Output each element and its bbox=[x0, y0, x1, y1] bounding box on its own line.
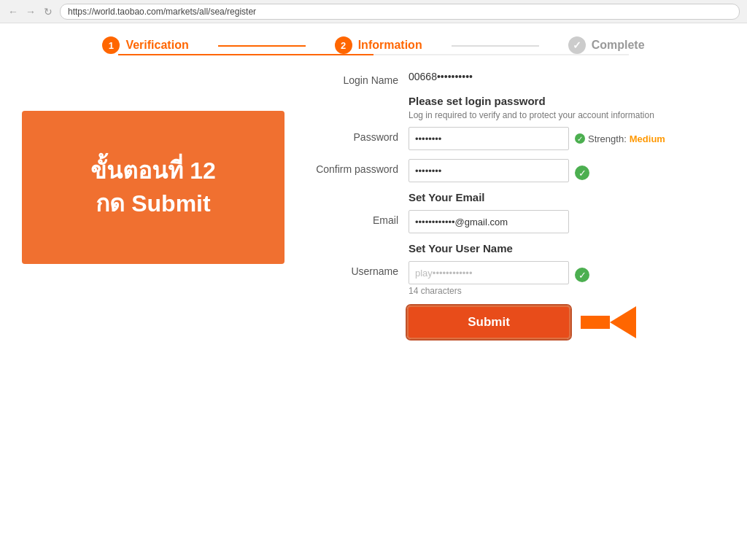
arrow-right-icon bbox=[610, 306, 636, 338]
strength-dot-icon: ✓ bbox=[575, 133, 585, 144]
login-name-value: 00668•••••••••• bbox=[409, 66, 473, 82]
steps-active-line bbox=[118, 54, 374, 55]
username-check-icon: ✓ bbox=[575, 268, 589, 282]
password-input[interactable] bbox=[409, 127, 569, 150]
email-input[interactable] bbox=[409, 210, 569, 233]
instruction-box: ขั้นตอนที่ 12 กด Submit bbox=[22, 111, 285, 264]
back-button[interactable]: ← bbox=[7, 6, 19, 18]
confirm-password-input[interactable] bbox=[409, 159, 569, 182]
username-row: Username ✓ 14 characters bbox=[277, 261, 729, 296]
arrow-indicator bbox=[581, 306, 636, 338]
char-count: 14 characters bbox=[409, 286, 729, 296]
login-name-row: Login Name 00668•••••••••• bbox=[277, 70, 729, 86]
email-section-title: Set Your Email bbox=[409, 191, 484, 203]
step-number-1: 1 bbox=[102, 36, 120, 54]
email-section-header: Set Your Email bbox=[277, 191, 729, 204]
email-field bbox=[409, 210, 729, 233]
confirm-password-label: Confirm password bbox=[277, 159, 409, 175]
forward-button[interactable]: → bbox=[25, 6, 36, 18]
confirm-password-field: ✓ bbox=[409, 159, 729, 182]
url-bar[interactable]: https://world.taobao.com/markets/all/sea… bbox=[60, 4, 740, 20]
steps-full-line bbox=[118, 54, 629, 55]
instruction-line2: กด Submit bbox=[96, 187, 210, 220]
password-row: Password ✓ Strength: Medium bbox=[277, 127, 729, 150]
email-label: Email bbox=[277, 210, 409, 226]
step-label-information: Information bbox=[358, 39, 422, 52]
username-input[interactable] bbox=[409, 261, 569, 284]
form-area: Login Name 00668•••••••••• Please set lo… bbox=[277, 70, 729, 338]
step-verification: 1 Verification bbox=[73, 36, 217, 54]
username-field: ✓ 14 characters bbox=[409, 261, 729, 296]
login-name-label: Login Name bbox=[277, 70, 409, 86]
password-section-header: Please set login password Log in require… bbox=[277, 95, 729, 121]
step-check-icon: ✓ bbox=[568, 36, 586, 54]
step-number-2: 2 bbox=[335, 36, 352, 54]
submit-area: Submit bbox=[409, 306, 729, 338]
username-section-header: Set Your User Name bbox=[277, 242, 729, 255]
step-information: 2 Information bbox=[306, 36, 452, 54]
step-label-complete: Complete bbox=[592, 39, 645, 52]
steps-underline-container bbox=[0, 54, 747, 55]
arrow-shaft bbox=[581, 316, 610, 329]
confirm-password-row: Confirm password ✓ bbox=[277, 159, 729, 182]
instruction-line1: ขั้นตอนที่ 12 bbox=[90, 155, 215, 187]
url-text: https://world.taobao.com/markets/all/sea… bbox=[68, 7, 256, 17]
email-row: Email bbox=[277, 210, 729, 233]
strength-label-text: Strength: bbox=[588, 133, 627, 144]
step-label-verification: Verification bbox=[125, 39, 188, 52]
password-section-text: Please set login password Log in require… bbox=[409, 95, 654, 121]
username-section-spacer bbox=[277, 242, 409, 255]
email-section-spacer bbox=[277, 191, 409, 204]
browser-bar: ← → ↻ https://world.taobao.com/markets/a… bbox=[0, 0, 747, 23]
password-section-spacer bbox=[277, 95, 409, 121]
steps-header: 1 Verification 2 Information ✓ Complete bbox=[0, 23, 747, 54]
password-section-hint: Log in required to verify and to protect… bbox=[409, 106, 654, 120]
password-label: Password bbox=[277, 127, 409, 143]
step-divider-1 bbox=[218, 45, 306, 47]
username-label: Username bbox=[277, 261, 409, 277]
username-section-title: Set Your User Name bbox=[409, 242, 513, 254]
password-field: ✓ Strength: Medium bbox=[409, 127, 729, 150]
reload-button[interactable]: ↻ bbox=[42, 6, 54, 18]
step-divider-2 bbox=[452, 45, 539, 47]
main-content: ขั้นตอนที่ 12 กด Submit 1 Verification 2… bbox=[0, 23, 747, 338]
strength-indicator: ✓ Strength: Medium bbox=[575, 133, 665, 144]
login-name-field: 00668•••••••••• bbox=[409, 70, 729, 83]
strength-value-text: Medium bbox=[630, 133, 665, 144]
submit-button[interactable]: Submit bbox=[409, 307, 569, 338]
confirm-check-icon: ✓ bbox=[575, 166, 589, 180]
step-complete: ✓ Complete bbox=[539, 36, 674, 54]
